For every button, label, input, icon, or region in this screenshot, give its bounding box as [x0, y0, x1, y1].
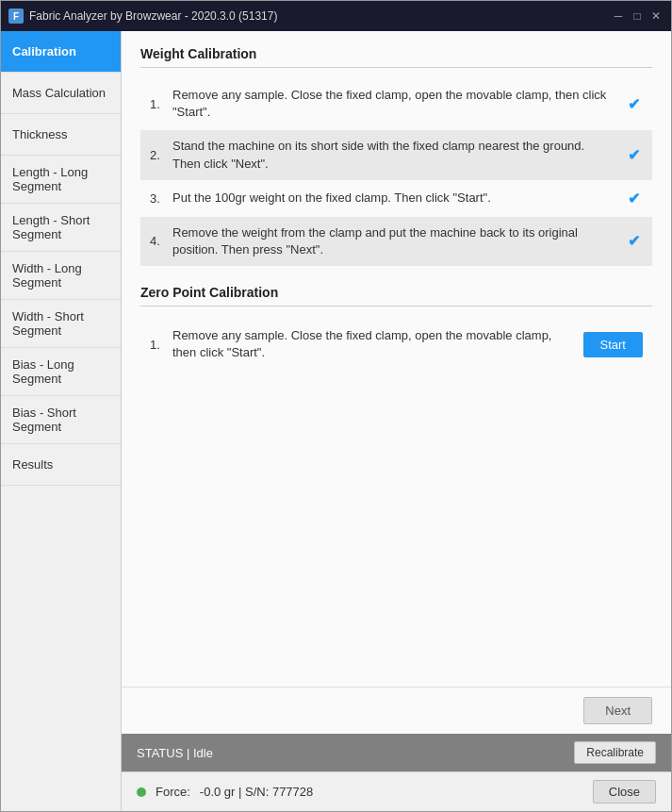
sidebar-item-width-short[interactable]: Width - Short Segment	[1, 300, 121, 348]
close-button[interactable]: Close	[593, 780, 656, 804]
sidebar-item-thickness[interactable]: Thickness	[1, 114, 121, 156]
force-info: Force: -0.0 gr | S/N: 777728	[137, 785, 313, 799]
sidebar-item-bias-long[interactable]: Bias - Long Segment	[1, 348, 121, 396]
start-button[interactable]: Start	[583, 332, 643, 357]
window-controls: ─ □ ✕	[611, 8, 664, 24]
app-window: F Fabric Analyzer by Browzwear - 2020.3.…	[0, 0, 672, 812]
weight-steps: 1. Remove any sample. Close the fixed cl…	[140, 79, 652, 266]
zero-calibration-title: Zero Point Calibration	[140, 285, 652, 307]
main-panel: Weight Calibration 1. Remove any sample.…	[122, 31, 671, 811]
connection-status-dot	[137, 787, 146, 797]
footer-bar: Force: -0.0 gr | S/N: 777728 Close	[122, 771, 671, 811]
next-button[interactable]: Next	[583, 697, 652, 724]
sidebar-item-length-short[interactable]: Length - Short Segment	[1, 204, 121, 252]
calibration-section: Weight Calibration 1. Remove any sample.…	[122, 31, 671, 687]
zero-step-1: 1. Remove any sample. Close the fixed cl…	[140, 318, 652, 371]
sidebar-item-mass-calculation[interactable]: Mass Calculation	[1, 73, 121, 114]
app-icon: F	[8, 8, 24, 24]
check-icon-4: ✔	[624, 232, 643, 250]
close-window-button[interactable]: ✕	[648, 8, 664, 24]
check-icon-2: ✔	[624, 146, 643, 164]
minimize-button[interactable]: ─	[611, 8, 626, 24]
sidebar-item-calibration[interactable]: Calibration	[1, 31, 121, 73]
maximize-button[interactable]: □	[630, 8, 645, 24]
check-icon-3: ✔	[624, 190, 643, 207]
sidebar-item-results[interactable]: Results	[1, 444, 121, 486]
titlebar: F Fabric Analyzer by Browzwear - 2020.3.…	[1, 1, 671, 31]
sidebar-item-bias-short[interactable]: Bias - Short Segment	[1, 396, 121, 444]
sidebar-item-length-long[interactable]: Length - Long Segment	[1, 156, 121, 204]
sidebar: Calibration Mass Calculation Thickness L…	[1, 31, 122, 811]
window-title: Fabric Analyzer by Browzwear - 2020.3.0 …	[29, 9, 611, 23]
next-section: Next	[122, 687, 671, 734]
recalibrate-button[interactable]: Recalibrate	[574, 741, 656, 764]
weight-step-3: 3. Put the 100gr weight on the fixed cla…	[140, 182, 652, 215]
zero-calibration-section: Zero Point Calibration 1. Remove any sam…	[140, 285, 652, 371]
weight-calibration-title: Weight Calibration	[140, 46, 652, 68]
check-icon-1: ✔	[624, 95, 643, 113]
status-text: STATUS | Idle	[137, 746, 213, 760]
weight-step-1: 1. Remove any sample. Close the fixed cl…	[140, 79, 652, 128]
force-label: Force:	[156, 785, 190, 799]
force-value: -0.0 gr | S/N: 777728	[200, 785, 313, 799]
weight-step-4: 4. Remove the weight from the clamp and …	[140, 217, 652, 266]
sidebar-item-width-long[interactable]: Width - Long Segment	[1, 252, 121, 300]
weight-step-2: 2. Stand the machine on its short side w…	[140, 130, 652, 179]
status-bar: STATUS | Idle Recalibrate	[122, 734, 671, 771]
app-body: Calibration Mass Calculation Thickness L…	[1, 31, 671, 811]
